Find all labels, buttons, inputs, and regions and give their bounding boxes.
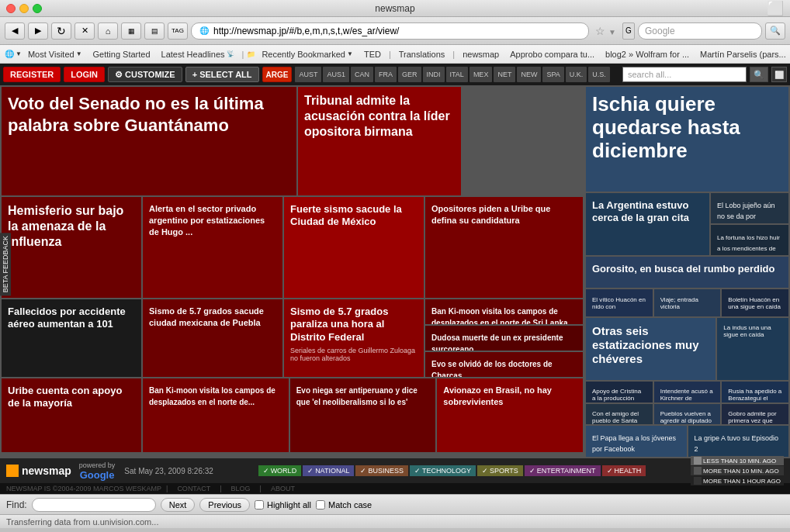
news-card-21[interactable]: Ban Ki-moon visita los campos de desplaz… <box>425 299 583 324</box>
about-link[interactable]: ABOUT <box>266 483 300 494</box>
news-card-22[interactable]: Dudosa muerte de un ex presidente surcor… <box>425 326 583 351</box>
news-card-18[interactable]: Sismo de 5.7 grados sacude ciudad mexica… <box>143 299 282 377</box>
news-card-2[interactable]: Tribunal admite la acusación contra la l… <box>298 87 461 195</box>
legend-health[interactable]: ✓ HEALTH <box>602 465 646 476</box>
bookmark-item-newsmap[interactable]: newsmap <box>458 48 504 60</box>
tag-button[interactable]: TAG <box>168 22 188 40</box>
news-card-7[interactable]: Opositores piden a Uribe que defina su c… <box>425 197 583 298</box>
region-aus1[interactable]: AUS1 <box>323 67 349 82</box>
search-input[interactable]: search all... <box>622 67 747 82</box>
sidebar-card-7[interactable]: Viaje; entrada victoria <box>654 289 721 316</box>
region-new[interactable]: NEW <box>517 67 541 82</box>
bookmark-star[interactable]: ☆ ▼ <box>592 25 619 37</box>
home-button[interactable]: ⌂ <box>98 22 118 40</box>
legend-world[interactable]: ✓ WORLD <box>258 465 302 476</box>
news-card-19[interactable]: Sismo de 5.7 grados paraliza una hora al… <box>284 299 424 377</box>
sidebar-card-4[interactable]: La fortuna los hizo huir a los mendicent… <box>711 225 788 255</box>
bookmark-item-martin[interactable]: Martín Parselis (pars... <box>695 48 790 60</box>
search-bar[interactable]: Google <box>638 22 762 40</box>
grid-view-button[interactable]: ▦ <box>121 22 141 40</box>
search-submit-button[interactable]: 🔍 <box>750 67 768 82</box>
stop-button[interactable]: ✕ <box>74 22 95 40</box>
news-card-4[interactable]: Hemisferio sur bajo la amenaza de la inf… <box>2 197 141 298</box>
sidebar-card-14[interactable]: Pueblos vuelven a agredir al diputado ag… <box>654 404 721 425</box>
sidebar-card-13[interactable]: Intendente acusó a Kirchner de 'desperdi… <box>654 382 721 402</box>
news-card-27[interactable]: Avionazo en Brasil, no hay sobreviviente… <box>437 378 583 452</box>
sidebar-card-11[interactable]: Apoyo de Cristina a la producción ecológ… <box>586 382 653 402</box>
stop-icon: ✕ <box>81 26 88 36</box>
region-uk[interactable]: U.K. <box>566 67 587 82</box>
legend-business[interactable]: ✓ BUSINESS <box>355 465 408 476</box>
address-bar[interactable]: 🌐 http://newsmap.jp/#/b,e,m,n,s,t,w/es_a… <box>191 22 589 40</box>
legend-entertainment[interactable]: ✓ ENTERTAINMENT <box>525 465 601 476</box>
bookmark-item-recently-bookmarked[interactable]: Recently Bookmarked ▼ <box>257 48 358 60</box>
view-toggle-button[interactable]: ⬜ <box>771 67 787 82</box>
bookmark-item-translations[interactable]: Translations <box>394 48 450 60</box>
news-card-25[interactable]: Ban Ki-moon visita los campos de desplaz… <box>143 378 289 452</box>
news-card-24[interactable]: Uribe cuenta con apoyo de la mayoría <box>2 378 141 452</box>
bookmark-item-approbo[interactable]: Approbo compara tu... <box>505 48 599 60</box>
bookmark-item-getting-started[interactable]: Getting Started <box>88 48 155 60</box>
customize-button[interactable]: ⚙ CUSTOMIZE <box>108 67 182 82</box>
sidebar-card-16[interactable]: Gobro admite por primera vez que queda <box>722 404 788 425</box>
region-indi[interactable]: INDI <box>423 67 445 82</box>
news-card-1[interactable]: Voto del Senado no es la última palabra … <box>2 87 296 195</box>
blog-link[interactable]: BLOG <box>227 483 255 494</box>
region-can[interactable]: CAN <box>351 67 373 82</box>
contact-link[interactable]: CONTACT <box>172 483 215 494</box>
beta-feedback-button[interactable]: BETA FEEDBACK <box>0 233 11 295</box>
find-input[interactable] <box>32 498 156 512</box>
legend-national[interactable]: ✓ NATIONAL <box>303 465 354 476</box>
news-card-23[interactable]: Evo se olvidó de los doctores de Charcas <box>425 352 583 377</box>
minimize-button[interactable] <box>19 4 29 13</box>
list-view-button[interactable]: ▤ <box>144 22 165 40</box>
region-ger[interactable]: GER <box>398 67 421 82</box>
bookmark-item-ted[interactable]: TED <box>359 48 386 60</box>
next-button[interactable]: Next <box>161 498 196 512</box>
maximize-button[interactable] <box>33 4 42 13</box>
sidebar-card-1[interactable]: Ischia quiere quedarse hasta diciembre <box>586 87 788 192</box>
news-card-17[interactable]: Fallecidos por accidente aéreo aumentan … <box>2 299 141 377</box>
region-net[interactable]: NET <box>494 67 515 82</box>
region-ital[interactable]: ITAL <box>446 67 468 82</box>
bookmark-item-most-visited[interactable]: Most Visited ▼ <box>23 48 87 60</box>
region-spa[interactable]: SPA <box>542 67 563 82</box>
reload-button[interactable]: ↻ <box>51 22 71 40</box>
sidebar-card-15[interactable]: Rusia ha apedido a Berazategui el recibo… <box>722 382 788 402</box>
sidebar-card-9[interactable]: Otras seis estatizaciones muy chéveres <box>586 318 716 380</box>
search-button[interactable]: 🔍 <box>765 22 785 40</box>
news-card-26[interactable]: Evo niega ser antiperuano y dice que 'el… <box>290 378 436 452</box>
sidebar-card-5[interactable]: Gorosito, en busca del rumbo perdido <box>586 257 788 288</box>
login-button[interactable]: LOGIN <box>64 67 105 82</box>
register-button[interactable]: REGISTER <box>3 67 61 82</box>
sidebar-card-12[interactable]: Con el amigo del pueblo de Santa Fe <box>586 404 653 425</box>
powered-by-text: powered by <box>79 461 116 469</box>
select-all-button[interactable]: + SELECT ALL <box>185 67 259 82</box>
news-card-6[interactable]: Fuerte sismo sacude la Ciudad de México <box>284 197 424 298</box>
sidebar-card-18[interactable]: La gripe A tuvo su Episodio 2 <box>688 426 789 457</box>
legend-sports[interactable]: ✓ SPORTS <box>477 465 523 476</box>
bookmark-item-latest-headlines[interactable]: Latest Headlines 📡 <box>157 48 239 60</box>
sidebar-card-2[interactable]: La Argentina estuvo cerca de la gran cit… <box>586 193 709 255</box>
forward-button[interactable]: ▶ <box>28 22 48 40</box>
previous-button[interactable]: Previous <box>199 498 250 512</box>
region-fra[interactable]: FRA <box>375 67 397 82</box>
sidebar-card-8[interactable]: Boletín Huacón en una sigue en caída <box>722 289 788 316</box>
region-aust[interactable]: AUST <box>295 67 321 82</box>
sidebar-card-6[interactable]: El vítico Huacón en nido con <box>586 289 653 316</box>
sidebar-card-10[interactable]: La indus una una sigue en caída <box>717 318 788 380</box>
news-card-5[interactable]: Alerta en el sector privado argentino po… <box>143 197 282 298</box>
back-button[interactable]: ◀ <box>5 22 25 40</box>
sidebar-card-3[interactable]: El Lobo jujeño aún no se da por descendi… <box>711 193 788 223</box>
region-us[interactable]: U.S. <box>588 67 610 82</box>
highlight-all-checkbox[interactable] <box>255 500 264 510</box>
sidebar-row-5: El Papa llega a los jóvenes por Facebook… <box>586 426 788 457</box>
reload-icon: ↻ <box>57 25 66 37</box>
match-case-checkbox[interactable] <box>316 500 325 510</box>
close-button[interactable] <box>6 4 16 13</box>
region-mex[interactable]: MEX <box>469 67 493 82</box>
argentina-tab[interactable]: ARGE <box>262 67 293 82</box>
sidebar-card-17[interactable]: El Papa llega a los jóvenes por Facebook <box>586 426 687 457</box>
bookmark-item-blog2[interactable]: blog2 » Wolfram for ... <box>601 48 694 60</box>
legend-technology[interactable]: ✓ TECHNOLOGY <box>410 465 476 476</box>
